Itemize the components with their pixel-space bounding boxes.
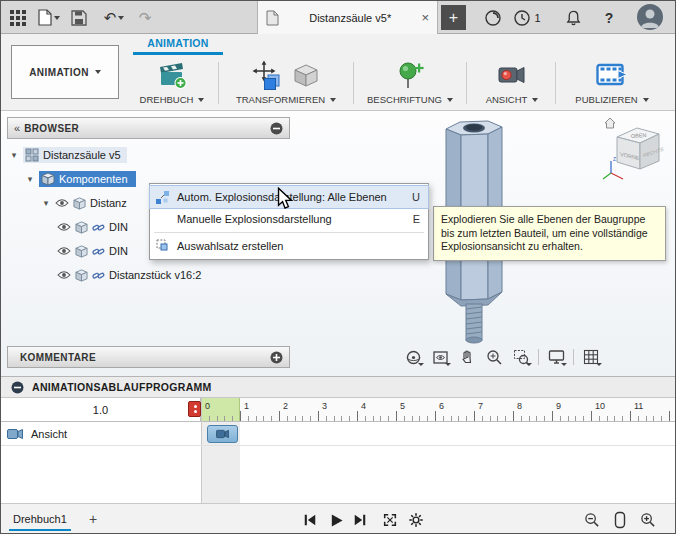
expander-icon[interactable]: ▾ bbox=[41, 198, 51, 208]
minus-circle-icon[interactable] bbox=[270, 122, 283, 135]
caret-down-icon bbox=[54, 16, 60, 20]
menu-item-manual-explode[interactable]: Manuelle Explosionsdarstellung E bbox=[150, 208, 428, 230]
zoom-window-button[interactable] bbox=[509, 346, 533, 368]
tree-label-komponenten: Komponenten bbox=[59, 173, 128, 185]
add-storyboard-button[interactable]: + bbox=[83, 509, 103, 529]
title-bar: ↶ ↷ Distanzsäule v5* × + 1 bbox=[1, 1, 675, 34]
timeline-zoom-slider[interactable] bbox=[609, 509, 631, 531]
svg-text:Z: Z bbox=[613, 156, 616, 162]
bell-button[interactable] bbox=[561, 5, 585, 30]
component-box-icon bbox=[292, 61, 320, 89]
tree-label-distanz: Distanz bbox=[90, 197, 127, 209]
view-cube[interactable]: OBEN VORNE RECHTS Z bbox=[601, 113, 673, 185]
grid-settings-button[interactable] bbox=[579, 346, 603, 368]
group-label-publizieren[interactable]: PUBLIZIEREN bbox=[575, 94, 648, 105]
new-tab-button[interactable]: + bbox=[441, 5, 466, 30]
job-status-button[interactable] bbox=[481, 5, 505, 30]
fit-timeline-button[interactable] bbox=[379, 509, 401, 531]
caret-down-icon bbox=[118, 16, 124, 20]
timeline-settings-button[interactable] bbox=[405, 509, 427, 531]
storyboard-button[interactable] bbox=[157, 60, 187, 90]
camera-keyframe-icon bbox=[216, 429, 229, 439]
expander-icon[interactable]: ▾ bbox=[25, 174, 35, 184]
group-label-ansicht[interactable]: ANSICHT bbox=[486, 94, 539, 105]
play-button[interactable] bbox=[325, 509, 347, 531]
close-tab-icon[interactable]: × bbox=[421, 10, 429, 25]
track-row-ansicht[interactable]: Ansicht bbox=[1, 422, 676, 446]
comments-title: KOMMENTARE bbox=[14, 352, 264, 363]
collapse-panel-icon[interactable]: « bbox=[14, 122, 18, 134]
avatar[interactable] bbox=[637, 4, 663, 30]
publish-video-button[interactable] bbox=[596, 61, 628, 89]
help-icon: ? bbox=[605, 10, 614, 26]
tree-row-din1[interactable]: DIN bbox=[57, 217, 128, 237]
expander-icon[interactable]: ▾ bbox=[9, 150, 19, 160]
group-drehbuch: DREHBUCH bbox=[129, 56, 215, 109]
eye-icon[interactable] bbox=[55, 198, 69, 208]
plus-circle-icon[interactable] bbox=[270, 351, 283, 364]
viewcube-home-icon[interactable] bbox=[605, 118, 615, 128]
browser-title: BROWSER bbox=[24, 123, 264, 134]
browser-panel: « BROWSER ▾ Distanzsäule v5 ▾ bbox=[7, 117, 290, 139]
bell-icon bbox=[565, 9, 582, 27]
caret-down-icon bbox=[198, 98, 204, 102]
zoom-button[interactable] bbox=[482, 346, 506, 368]
file-icon bbox=[38, 9, 52, 26]
timeline-header[interactable]: ANIMATIONSABLAUFPROGRAMM bbox=[1, 377, 676, 398]
eye-icon[interactable] bbox=[57, 222, 71, 232]
storyboard-tab[interactable]: Drehbuch1 bbox=[9, 509, 71, 531]
pan-button[interactable] bbox=[455, 346, 479, 368]
app-grid-menu-button[interactable] bbox=[5, 5, 31, 30]
timeline-zoom-out-button[interactable] bbox=[581, 509, 603, 531]
go-to-start-button[interactable] bbox=[299, 509, 321, 531]
plus-icon: + bbox=[449, 9, 458, 27]
keyframe-view-action[interactable] bbox=[207, 425, 238, 443]
redo-button[interactable]: ↷ bbox=[133, 5, 157, 30]
save-button[interactable] bbox=[67, 5, 91, 30]
look-at-button[interactable] bbox=[428, 346, 452, 368]
comments-panel: KOMMENTARE bbox=[7, 346, 290, 368]
timeline-title: ANIMATIONSABLAUFPROGRAMM bbox=[32, 381, 212, 393]
tree-row-distanz[interactable]: ▾ Distanz bbox=[41, 193, 127, 213]
file-menu-button[interactable] bbox=[35, 5, 63, 30]
help-button[interactable]: ? bbox=[597, 5, 621, 30]
menu-item-selection-set[interactable]: Auswahlsatz erstellen bbox=[150, 235, 428, 257]
tree-row-komponenten[interactable]: ▾ Komponenten bbox=[25, 169, 136, 189]
caret-down-icon bbox=[330, 98, 336, 102]
comments-header[interactable]: KOMMENTARE bbox=[7, 346, 290, 368]
tree-row-din2[interactable]: DIN bbox=[57, 241, 128, 261]
browser-header[interactable]: « BROWSER bbox=[7, 117, 290, 139]
group-label-transformieren[interactable]: TRANSFORMIEREN bbox=[236, 94, 336, 105]
document-tab[interactable]: Distanzsäule v5* × bbox=[257, 1, 438, 34]
playhead-scrubber[interactable] bbox=[188, 401, 201, 417]
caret-down-icon bbox=[526, 363, 532, 366]
tab-animation[interactable]: ANIMATION bbox=[133, 34, 223, 55]
menu-item-label: Manuelle Explosionsdarstellung bbox=[177, 213, 407, 225]
transform-components-button[interactable] bbox=[252, 60, 282, 90]
view-camera-button[interactable] bbox=[497, 62, 527, 88]
undo-button[interactable]: ↶ bbox=[99, 5, 129, 30]
mouse-cursor bbox=[277, 187, 297, 211]
minus-circle-icon[interactable] bbox=[11, 381, 24, 394]
restore-position-button[interactable] bbox=[292, 61, 320, 89]
group-label-beschriftung[interactable]: BESCHRIFTUNG bbox=[367, 94, 453, 105]
timeline-zoom-in-button[interactable] bbox=[637, 509, 659, 531]
workspace-selector-button[interactable]: ANIMATION bbox=[11, 45, 119, 99]
eye-icon[interactable] bbox=[57, 270, 71, 280]
component-icon bbox=[75, 269, 88, 282]
track-label: Ansicht bbox=[31, 428, 67, 440]
timeline-ruler[interactable]: 1.0 0 1 2 3 4 5 6 7 8 9 10 11 bbox=[1, 398, 676, 422]
group-label-drehbuch[interactable]: DREHBUCH bbox=[140, 94, 205, 105]
orbit-button[interactable] bbox=[401, 346, 425, 368]
go-to-end-button[interactable] bbox=[349, 509, 371, 531]
callout-button[interactable] bbox=[395, 60, 425, 90]
menu-separator bbox=[154, 232, 424, 233]
save-icon bbox=[71, 10, 87, 26]
tree-row-distanzstueck[interactable]: Distanzstück v16:2 bbox=[57, 265, 201, 285]
component-icon bbox=[73, 197, 86, 210]
eye-icon[interactable] bbox=[57, 246, 71, 256]
tree-row-root[interactable]: ▾ Distanzsäule v5 bbox=[9, 145, 127, 165]
display-settings-button[interactable] bbox=[544, 346, 568, 368]
notifications-clock-button[interactable]: 1 bbox=[509, 5, 545, 30]
caret-down-icon bbox=[561, 363, 567, 366]
